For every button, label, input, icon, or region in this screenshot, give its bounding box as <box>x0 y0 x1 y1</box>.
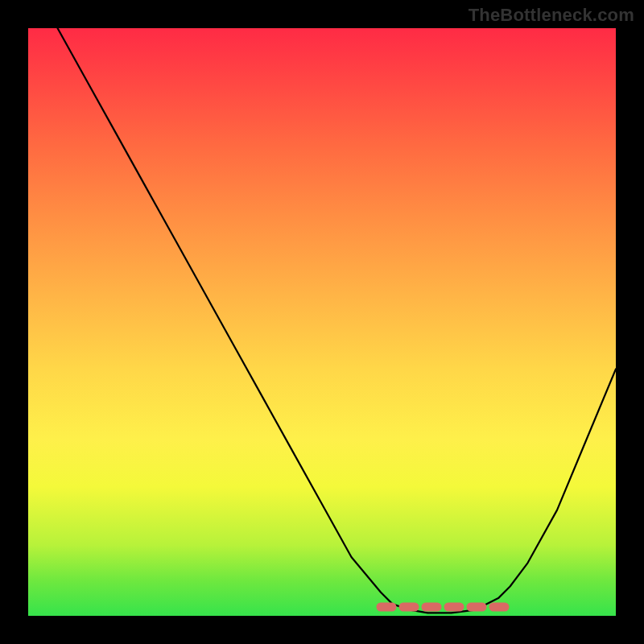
bottleneck-curve <box>58 28 617 613</box>
plot-area <box>28 28 616 616</box>
curve-svg <box>28 28 616 616</box>
watermark-text: TheBottleneck.com <box>469 5 634 26</box>
chart-container: TheBottleneck.com <box>0 0 644 644</box>
